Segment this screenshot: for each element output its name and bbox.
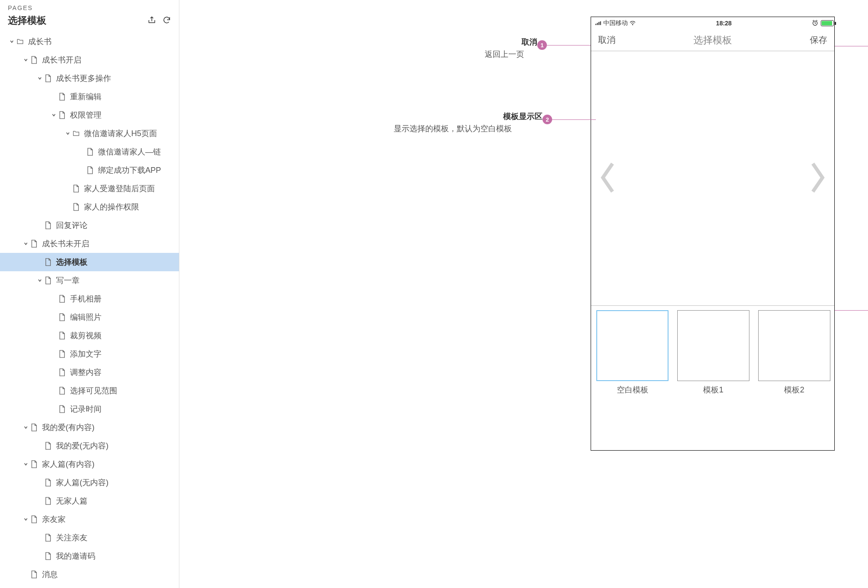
chevron-down-icon[interactable] <box>64 131 72 136</box>
page-icon <box>58 405 66 413</box>
tree-item[interactable]: 我的爱(无内容) <box>0 437 179 455</box>
tree-item-label: 裁剪视频 <box>70 330 102 341</box>
template-label: 模板1 <box>703 385 723 395</box>
signal-icon <box>595 20 602 27</box>
tree-item[interactable]: 成长书未开启 <box>0 234 179 253</box>
tree-item[interactable]: 微信邀请家人—链 <box>0 143 179 161</box>
tree-item-label: 成长书未开启 <box>42 238 89 249</box>
svg-rect-0 <box>595 24 596 25</box>
page-icon <box>44 221 52 229</box>
callout-save: 5 保存 点击保存，跳转到写一章页面 <box>835 38 868 61</box>
chevron-down-icon[interactable] <box>22 462 30 466</box>
tree-item[interactable]: 手机相册 <box>0 290 179 308</box>
tree-item[interactable]: 亲友家 <box>0 510 179 528</box>
tree-item-label: 我的爱(无内容) <box>56 441 108 451</box>
tree-item[interactable]: 消息 <box>0 565 179 584</box>
tree-item[interactable]: 写一章 <box>0 271 179 290</box>
template-thumbnail[interactable] <box>758 310 830 381</box>
cancel-button[interactable]: 取消 <box>598 34 616 46</box>
template-item[interactable]: 空白模板 <box>596 310 668 395</box>
tree-item[interactable]: 家人的操作权限 <box>0 198 179 216</box>
refresh-icon[interactable] <box>162 16 171 26</box>
tree-item[interactable]: 记录时间 <box>0 400 179 418</box>
tree-item-label: 关注亲友 <box>56 532 88 543</box>
page-icon <box>30 240 38 248</box>
template-thumbnail[interactable] <box>677 310 749 381</box>
tree-item[interactable]: 裁剪视频 <box>0 326 179 345</box>
tree-item[interactable]: 我的爱(有内容) <box>0 418 179 437</box>
tree-item-label: 成长书 <box>28 36 52 47</box>
svg-rect-2 <box>598 22 599 25</box>
folder-icon <box>72 130 80 137</box>
battery-icon <box>821 20 830 26</box>
tree-item-label: 记录时间 <box>70 404 102 414</box>
template-thumbnail[interactable] <box>596 310 668 381</box>
chevron-down-icon[interactable] <box>8 39 16 44</box>
chevron-down-icon[interactable] <box>22 517 30 522</box>
chevron-right-icon[interactable] <box>809 160 827 196</box>
template-item[interactable]: 模板1 <box>677 310 749 395</box>
callout-cancel: 取消 返回上一页 1 <box>485 37 591 60</box>
svg-point-4 <box>632 24 634 25</box>
chevron-down-icon[interactable] <box>36 76 44 80</box>
tree-item[interactable]: 微信邀请家人H5页面 <box>0 124 179 143</box>
tree-item-label: 回复评论 <box>56 220 88 231</box>
tree-item[interactable]: 关注亲友 <box>0 528 179 547</box>
tree-item-label: 权限管理 <box>70 110 102 120</box>
chevron-down-icon[interactable] <box>22 242 30 246</box>
share-icon[interactable] <box>147 16 156 26</box>
sidebar-title-row: 选择模板 <box>8 14 171 27</box>
tree-item[interactable]: 家人篇(无内容) <box>0 473 179 492</box>
page-icon <box>58 295 66 303</box>
page-icon <box>86 148 94 156</box>
page-icon <box>44 276 52 284</box>
pages-tree[interactable]: 成长书成长书开启成长书更多操作重新编辑权限管理微信邀请家人H5页面微信邀请家人—… <box>0 30 179 588</box>
tree-item-label: 家人篇(有内容) <box>42 459 94 469</box>
svg-rect-3 <box>600 21 601 25</box>
nav-title: 选择模板 <box>693 34 732 47</box>
tree-item[interactable]: 我的邀请码 <box>0 547 179 565</box>
page-icon <box>44 479 52 486</box>
tree-item-label: 写一章 <box>56 275 80 286</box>
template-list[interactable]: 空白模板模板1模板2 <box>591 306 834 395</box>
tree-item[interactable]: 权限管理 <box>0 106 179 124</box>
tree-item[interactable]: 家人篇(有内容) <box>0 455 179 473</box>
callout-line <box>835 310 868 311</box>
tree-item[interactable]: 重新编辑 <box>0 88 179 106</box>
chevron-down-icon[interactable] <box>50 113 58 117</box>
tree-item[interactable]: 编辑照片 <box>0 308 179 326</box>
tree-item[interactable]: 成长书 <box>0 32 179 51</box>
tree-item[interactable]: 家人受邀登陆后页面 <box>0 179 179 198</box>
status-bar: 中国移动 18:28 <box>591 17 834 29</box>
template-display-area[interactable] <box>591 51 834 306</box>
tree-item[interactable]: 绑定成功下载APP <box>0 161 179 179</box>
tree-item[interactable]: 选择可见范围 <box>0 382 179 400</box>
callout-desc: 返回上一页 <box>485 49 537 60</box>
status-right <box>812 20 830 27</box>
chevron-left-icon[interactable] <box>598 160 616 196</box>
tree-item[interactable]: 成长书开启 <box>0 51 179 69</box>
chevron-down-icon[interactable] <box>36 278 44 283</box>
tree-item-label: 亲友家 <box>42 514 66 525</box>
tree-item[interactable]: 无家人篇 <box>0 492 179 510</box>
alarm-icon <box>812 20 818 27</box>
callout-badge: 2 <box>542 115 552 124</box>
sidebar: PAGES 选择模板 成长书成长书开启成长书更多操作重新编辑权限管理微信邀请家人… <box>0 0 179 588</box>
chevron-down-icon[interactable] <box>22 425 30 430</box>
tree-item[interactable]: 选择模板 <box>0 253 179 271</box>
wifi-icon <box>630 20 636 27</box>
tree-item[interactable]: 成长书更多操作 <box>0 69 179 88</box>
page-icon <box>58 350 66 358</box>
template-item[interactable]: 模板2 <box>758 310 830 395</box>
save-button[interactable]: 保存 <box>810 34 827 46</box>
tree-item-label: 重新编辑 <box>70 91 102 102</box>
chevron-down-icon[interactable] <box>22 58 30 62</box>
callout-line <box>835 46 868 46</box>
tree-item[interactable]: 添加文字 <box>0 345 179 363</box>
tree-item[interactable]: 调整内容 <box>0 363 179 382</box>
callout-templates: 4 模板 点击模板，模板显示区显示对应的模板 左右滑动查看更多模板 <box>835 302 868 349</box>
canvas: 中国移动 18:28 取消 选择模板 保存 <box>179 0 868 588</box>
tree-item-label: 成长书更多操作 <box>56 73 111 84</box>
page-icon <box>44 258 52 266</box>
tree-item[interactable]: 回复评论 <box>0 216 179 234</box>
